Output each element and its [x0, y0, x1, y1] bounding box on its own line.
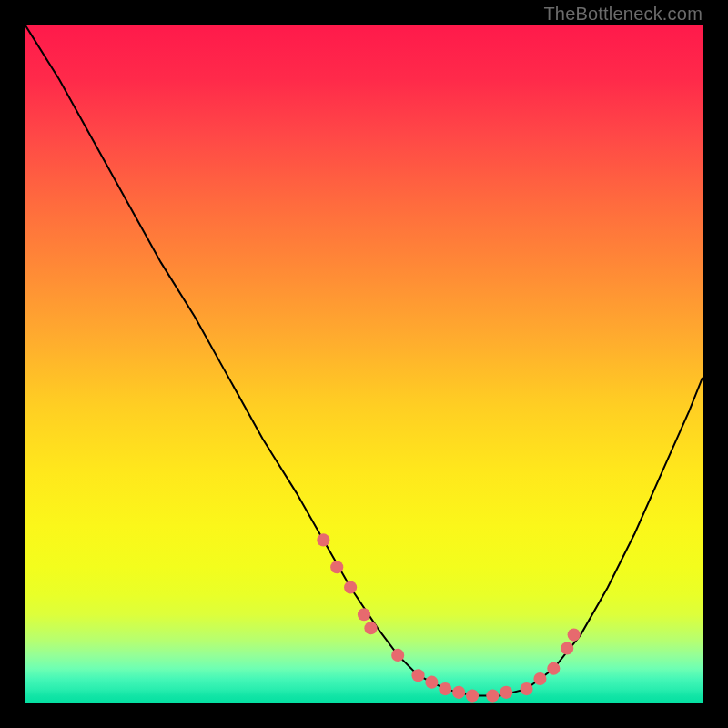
highlight-dot: [547, 662, 560, 675]
highlight-dot: [411, 669, 424, 682]
chart-frame: TheBottleneck.com: [0, 0, 728, 728]
highlight-dot: [500, 686, 512, 699]
attribution-text: TheBottleneck.com: [543, 4, 703, 25]
highlight-dot: [358, 608, 370, 621]
highlight-dot: [533, 672, 546, 685]
highlight-dot: [317, 533, 329, 546]
highlight-dot: [425, 676, 438, 689]
bottleneck-curve-path: [25, 25, 703, 696]
highlight-dot: [561, 642, 573, 654]
highlight-dots-group: [317, 533, 580, 702]
highlight-dot: [364, 622, 377, 634]
highlight-dot: [344, 581, 357, 593]
highlight-dot: [439, 682, 451, 695]
highlight-dot: [520, 682, 532, 695]
highlight-dot: [452, 686, 465, 699]
highlight-dot: [486, 689, 499, 702]
highlight-dot: [568, 629, 581, 642]
curve-svg: [25, 25, 703, 703]
gradient-plot-area: [25, 25, 703, 703]
highlight-dot: [330, 561, 343, 573]
highlight-dot: [466, 689, 479, 702]
highlight-dot: [391, 649, 404, 662]
